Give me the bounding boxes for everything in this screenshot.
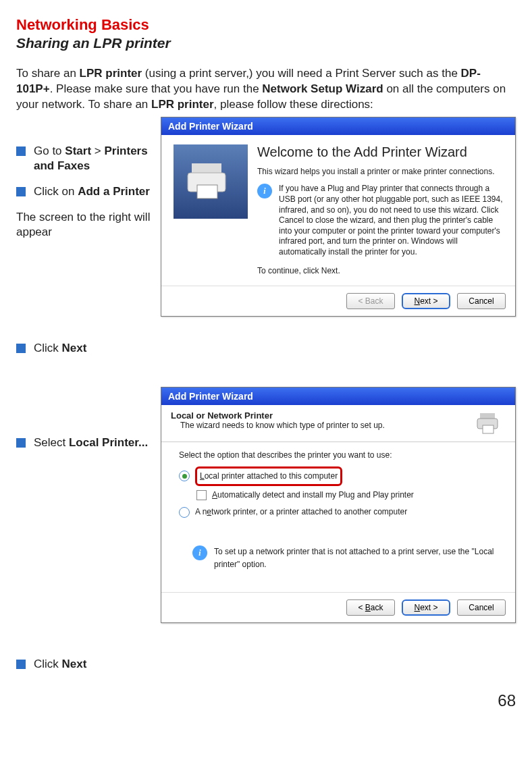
dialog1-p3: To continue, click Next. xyxy=(257,266,503,277)
intro-paragraph: To share an LPR printer (using a print s… xyxy=(16,66,516,113)
back-button: < Back xyxy=(346,293,395,309)
screen-right-note: The screen to the right will appear xyxy=(16,210,151,240)
svg-rect-3 xyxy=(480,413,495,419)
heading-networking-basics: Networking Basics xyxy=(16,16,516,34)
heading-sharing-lpr: Sharing an LPR printer xyxy=(16,35,516,51)
option-local-printer-label: Local printer attached to this computer xyxy=(195,466,342,486)
svg-rect-5 xyxy=(483,425,494,433)
cancel-button[interactable]: Cancel xyxy=(457,293,506,309)
dialog1-heading: Welcome to the Add Printer Wizard xyxy=(257,144,503,160)
option-network-printer-label: A network printer, or a printer attached… xyxy=(195,506,407,518)
printer-small-icon xyxy=(473,410,506,437)
dialog2-heading: Local or Network Printer xyxy=(171,410,473,421)
back-button[interactable]: < Back xyxy=(346,599,395,616)
step-click-add-printer: Click on Add a Printer xyxy=(16,184,151,199)
step-select-local: Select Local Printer... xyxy=(16,435,151,450)
step-click-next-1: Click Next xyxy=(16,341,151,356)
dialog2-subheading: The wizard needs to know which type of p… xyxy=(180,421,473,430)
add-printer-wizard-dialog-2: Add Printer Wizard Local or Network Prin… xyxy=(161,387,516,622)
step-click-next-2: Click Next xyxy=(16,657,151,672)
next-button[interactable]: Next > xyxy=(402,293,450,309)
dialog1-p1: This wizard helps you install a printer … xyxy=(257,167,503,178)
dialog1-titlebar: Add Printer Wizard xyxy=(161,117,515,135)
page-number: 68 xyxy=(16,691,516,710)
next-button[interactable]: Next > xyxy=(402,599,450,616)
cancel-button[interactable]: Cancel xyxy=(457,599,506,616)
svg-rect-0 xyxy=(192,163,221,173)
info-icon: i xyxy=(192,545,207,560)
dialog2-prompt: Select the option that describes the pri… xyxy=(179,449,498,462)
printer-hero-image xyxy=(174,144,248,219)
dialog1-p2: If you have a Plug and Play printer that… xyxy=(279,184,503,257)
radio-network-printer[interactable] xyxy=(179,507,190,518)
radio-local-printer[interactable] xyxy=(179,471,190,481)
svg-rect-2 xyxy=(197,185,217,198)
checkbox-auto-detect[interactable] xyxy=(196,490,207,500)
dialog2-tip: To set up a network printer that is not … xyxy=(214,545,498,571)
add-printer-wizard-dialog-1: Add Printer Wizard Welcome to the Add Pr… xyxy=(161,117,516,317)
info-icon: i xyxy=(257,184,272,198)
checkbox-auto-detect-label: Automatically detect and install my Plug… xyxy=(212,489,414,502)
step-goto-start: Go to Start > Printers and Faxes xyxy=(16,144,151,173)
dialog2-titlebar: Add Printer Wizard xyxy=(161,387,515,405)
